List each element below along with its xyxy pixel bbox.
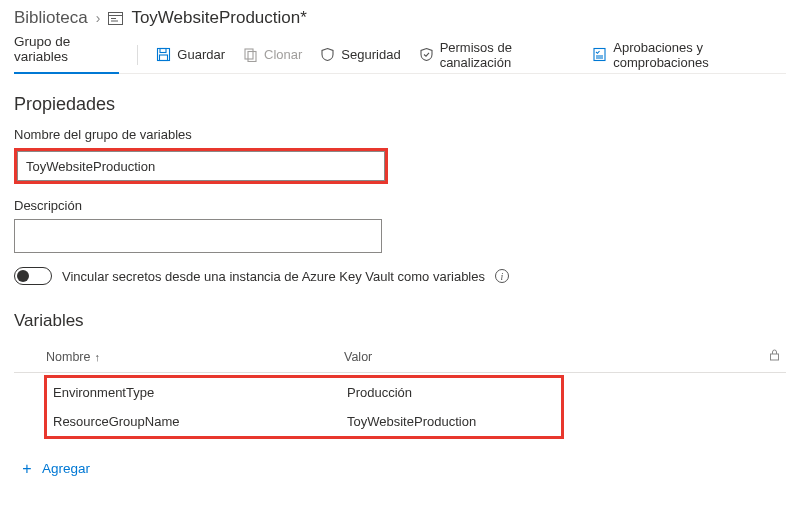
- toolbar-separator: [137, 45, 138, 65]
- svg-rect-5: [160, 49, 166, 53]
- table-row[interactable]: ResourceGroupName ToyWebsiteProduction: [47, 407, 561, 436]
- toggle-knob: [17, 270, 29, 282]
- name-label: Nombre del grupo de variables: [14, 127, 786, 142]
- col-name-header[interactable]: Nombre ↑: [14, 350, 344, 364]
- name-input[interactable]: [17, 151, 385, 181]
- description-input[interactable]: [14, 219, 382, 253]
- toolbar: Grupo de variables Guardar Clonar: [14, 36, 786, 74]
- plus-icon: +: [20, 462, 34, 476]
- svg-rect-12: [771, 354, 779, 360]
- var-name-cell[interactable]: ResourceGroupName: [47, 414, 347, 429]
- svg-rect-9: [594, 49, 605, 61]
- save-button[interactable]: Guardar: [156, 47, 225, 62]
- col-value-header[interactable]: Valor: [344, 350, 756, 364]
- breadcrumb-current: ToyWebsiteProduction*: [131, 8, 306, 28]
- save-label: Guardar: [177, 47, 225, 62]
- clone-icon: [243, 47, 258, 62]
- table-row[interactable]: EnvironmentType Producción: [47, 378, 561, 407]
- approvals-button[interactable]: Aprobaciones y comprobaciones: [592, 40, 786, 70]
- info-icon[interactable]: i: [495, 269, 509, 283]
- description-label: Descripción: [14, 198, 786, 213]
- tab-variable-group[interactable]: Grupo de variables: [14, 37, 119, 74]
- variable-group-icon: [108, 12, 123, 25]
- sort-ascending-icon: ↑: [94, 351, 100, 363]
- svg-rect-8: [248, 52, 256, 62]
- var-value-cell[interactable]: Producción: [347, 385, 561, 400]
- security-label: Seguridad: [341, 47, 400, 62]
- var-name-cell[interactable]: EnvironmentType: [47, 385, 347, 400]
- pipeline-permissions-label: Permisos de canalización: [440, 40, 575, 70]
- save-icon: [156, 47, 171, 62]
- lock-icon: [769, 349, 780, 361]
- clone-label: Clonar: [264, 47, 302, 62]
- var-value-cell[interactable]: ToyWebsiteProduction: [347, 414, 561, 429]
- col-name-label: Nombre: [46, 350, 90, 364]
- breadcrumb: Biblioteca › ToyWebsiteProduction*: [14, 6, 786, 34]
- security-button[interactable]: Seguridad: [320, 47, 400, 62]
- col-lock-header: [756, 349, 786, 364]
- add-variable-button[interactable]: + Agregar: [20, 461, 786, 476]
- svg-rect-7: [245, 49, 253, 59]
- checklist-icon: [592, 47, 607, 62]
- chevron-right-icon: ›: [96, 10, 101, 26]
- properties-heading: Propiedades: [14, 94, 786, 115]
- pipeline-permissions-button[interactable]: Permisos de canalización: [419, 40, 575, 70]
- highlight-name: [14, 148, 388, 184]
- clone-button: Clonar: [243, 47, 302, 62]
- shield-check-icon: [419, 47, 434, 62]
- breadcrumb-root[interactable]: Biblioteca: [14, 8, 88, 28]
- approvals-label: Aprobaciones y comprobaciones: [613, 40, 786, 70]
- shield-icon: [320, 47, 335, 62]
- keyvault-toggle[interactable]: [14, 267, 52, 285]
- variables-heading: Variables: [14, 311, 786, 331]
- variables-table: Nombre ↑ Valor EnvironmentType Producció…: [14, 343, 786, 439]
- svg-rect-6: [160, 55, 168, 61]
- add-label: Agregar: [42, 461, 90, 476]
- variables-header-row: Nombre ↑ Valor: [14, 343, 786, 373]
- keyvault-toggle-label: Vincular secretos desde una instancia de…: [62, 269, 485, 284]
- highlight-rows: EnvironmentType Producción ResourceGroup…: [44, 375, 564, 439]
